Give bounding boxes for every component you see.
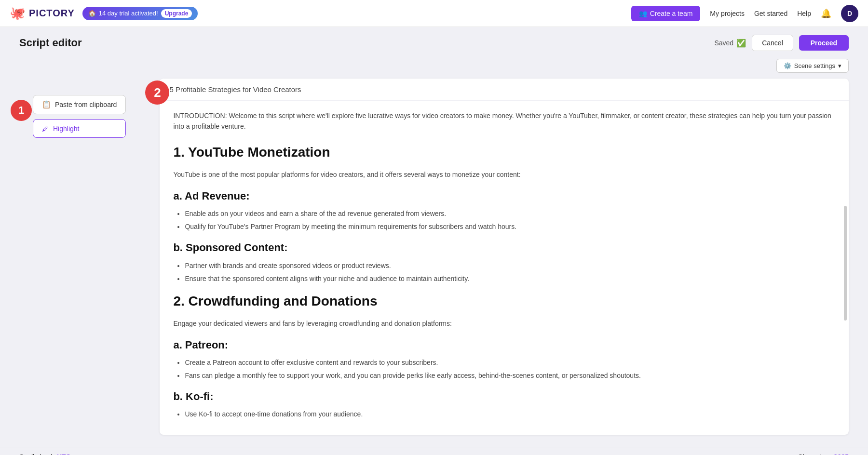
clipboard-icon: 📋 <box>42 100 51 109</box>
subheader: Script editor Saved ✅ Cancel Proceed <box>0 27 868 59</box>
section1a-bullets: Enable ads on your videos and earn a sha… <box>185 209 835 232</box>
characters-count: 3095 <box>834 453 849 455</box>
bottom-bar: Spell-check YES Characters 3095 <box>0 447 868 455</box>
editor-panel: 5 Profitable Strategies for Video Creato… <box>160 79 849 435</box>
section2-paragraph: Engage your dedicated viewers and fans b… <box>173 318 835 329</box>
section2b-bullets: Use Ko-fi to accept one-time donations f… <box>185 409 835 419</box>
logo[interactable]: 🐙 PICTORY <box>10 6 75 21</box>
list-item: Ensure that the sponsored content aligns… <box>185 274 835 284</box>
highlight-label: Highlight <box>53 125 79 133</box>
list-item: Qualify for YouTube's Partner Program by… <box>185 222 835 232</box>
spell-check-section: Spell-check YES <box>19 453 70 455</box>
section1a-heading: a. Ad Revenue: <box>173 187 835 205</box>
avatar[interactable]: D <box>841 5 858 22</box>
paste-label: Paste from clipboard <box>55 101 117 108</box>
saved-status: Saved ✅ <box>714 39 746 48</box>
section1-paragraph: YouTube is one of the most popular platf… <box>173 169 835 180</box>
list-item: Create a Patreon account to offer exclus… <box>185 358 835 368</box>
cancel-button[interactable]: Cancel <box>752 35 793 51</box>
nav-get-started[interactable]: Get started <box>754 10 787 17</box>
highlighter-icon: 🖊 <box>42 124 49 133</box>
upgrade-button[interactable]: Upgrade <box>161 9 192 18</box>
page-title: Script editor <box>19 37 82 49</box>
nav-help[interactable]: Help <box>797 10 811 17</box>
scene-settings-bar: ⚙️ Scene settings ▾ <box>0 59 868 79</box>
logo-text: PICTORY <box>29 8 75 19</box>
trial-icon: 🏠 <box>88 10 96 17</box>
editor-body[interactable]: INTRODUCTION: Welcome to this script whe… <box>160 101 849 435</box>
create-team-label: Create a team <box>650 10 693 17</box>
step-2-area: 2 5 Profitable Strategies for Video Crea… <box>136 79 849 437</box>
scrollbar-track[interactable] <box>844 107 847 435</box>
spell-check-label: Spell-check <box>19 453 54 455</box>
create-team-button[interactable]: 👥 Create a team <box>631 6 701 21</box>
top-navigation: 🐙 PICTORY 🏠 14 day trial activated! Upgr… <box>0 0 868 27</box>
editor-intro: INTRODUCTION: Welcome to this script whe… <box>173 110 835 132</box>
subheader-actions: Saved ✅ Cancel Proceed <box>714 35 849 51</box>
characters-section: Characters 3095 <box>798 453 849 455</box>
section1b-bullets: Partner with brands and create sponsored… <box>185 261 835 284</box>
section1b-heading: b. Sponsored Content: <box>173 239 835 256</box>
team-icon: 👥 <box>639 10 647 17</box>
topnav-right: 👥 Create a team My projects Get started … <box>631 5 858 22</box>
logo-icon: 🐙 <box>10 6 25 21</box>
chevron-down-icon: ▾ <box>838 62 841 69</box>
characters-label: Characters <box>798 453 830 455</box>
section2-heading: 2. Crowdfunding and Donations <box>173 290 835 313</box>
list-item: Enable ads on your videos and earn a sha… <box>185 209 835 219</box>
nav-my-projects[interactable]: My projects <box>710 10 745 17</box>
saved-checkmark-icon: ✅ <box>736 39 746 48</box>
document-title: 5 Profitable Strategies for Video Creato… <box>169 85 301 94</box>
scene-settings-label: Scene settings <box>794 62 835 69</box>
list-item: Use Ko-fi to accept one-time donations f… <box>185 409 835 419</box>
trial-label: 14 day trial activated! <box>99 10 158 17</box>
spell-check-toggle[interactable]: YES <box>57 453 70 455</box>
scene-settings-button[interactable]: ⚙️ Scene settings ▾ <box>776 59 849 73</box>
list-item: Partner with brands and create sponsored… <box>185 261 835 271</box>
scrollbar-thumb[interactable] <box>844 206 847 321</box>
paste-from-clipboard-button[interactable]: 📋 Paste from clipboard <box>33 95 126 114</box>
saved-text: Saved <box>714 39 733 47</box>
gear-icon: ⚙️ <box>784 62 791 69</box>
section2a-bullets: Create a Patreon account to offer exclus… <box>185 358 835 381</box>
sidebar: 1 📋 Paste from clipboard 🖊 Highlight <box>19 79 126 437</box>
section2a-heading: a. Patreon: <box>173 336 835 354</box>
notification-bell-icon[interactable]: 🔔 <box>821 8 831 19</box>
list-item: Fans can pledge a monthly fee to support… <box>185 371 835 381</box>
section1-heading: 1. YouTube Monetization <box>173 141 835 164</box>
editor-title-bar: 5 Profitable Strategies for Video Creato… <box>160 79 849 101</box>
trial-badge[interactable]: 🏠 14 day trial activated! Upgrade <box>82 7 198 20</box>
topnav-left: 🐙 PICTORY 🏠 14 day trial activated! Upgr… <box>10 6 198 21</box>
section2b-heading: b. Ko-fi: <box>173 388 835 405</box>
main-content: 1 📋 Paste from clipboard 🖊 Highlight 2 5… <box>0 79 868 447</box>
highlight-button[interactable]: 🖊 Highlight <box>33 119 126 138</box>
step-1-badge: 1 <box>11 100 32 121</box>
proceed-button[interactable]: Proceed <box>799 35 849 51</box>
